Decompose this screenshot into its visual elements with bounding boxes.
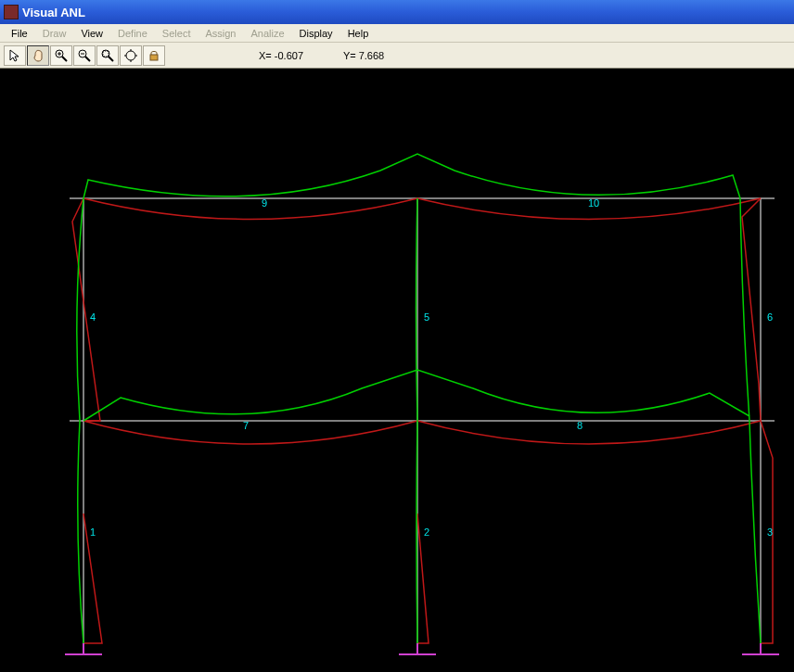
svg-rect-9: [103, 51, 109, 57]
member-label-4: 4: [90, 311, 96, 323]
lock-icon: [147, 48, 161, 63]
zoom-in-tool[interactable]: [50, 45, 72, 66]
svg-point-10: [126, 51, 135, 60]
member-label-2: 2: [424, 526, 429, 538]
lock-tool[interactable]: [143, 45, 165, 66]
menu-assign: Assign: [198, 26, 243, 41]
member-label-5: 5: [424, 311, 429, 323]
model-canvas: [0, 69, 794, 672]
member-label-10: 10: [588, 197, 599, 209]
pan-icon: [31, 48, 45, 63]
zoom-window-tool[interactable]: [96, 45, 119, 66]
svg-line-1: [62, 57, 67, 61]
svg-rect-11: [150, 55, 158, 60]
viewport[interactable]: 1 2 3 4 5 6 7 8 9 10: [0, 69, 794, 672]
pointer-icon: [7, 48, 22, 63]
window-title: Visual ANL: [22, 6, 85, 19]
titlebar: Visual ANL: [0, 0, 794, 24]
zoom-extents-tool[interactable]: [120, 45, 142, 66]
menu-draw: Draw: [35, 26, 74, 41]
menu-file[interactable]: File: [4, 26, 35, 41]
pointer-tool[interactable]: [4, 45, 26, 66]
x-coord: X= -0.607: [259, 50, 303, 61]
svg-line-8: [109, 57, 113, 61]
menu-define: Define: [110, 26, 155, 41]
zoom-window-icon: [100, 48, 115, 63]
menu-display[interactable]: Display: [292, 26, 340, 41]
zoom-extents-icon: [123, 48, 138, 63]
menubar: File Draw View Define Select Assign Anal…: [0, 24, 794, 43]
member-label-9: 9: [262, 197, 267, 209]
member-label-3: 3: [767, 526, 773, 538]
coordinate-readout: X= -0.607 Y= 7.668: [259, 50, 421, 61]
svg-line-5: [85, 57, 90, 61]
member-label-1: 1: [90, 526, 96, 538]
y-coord: Y= 7.668: [343, 50, 384, 61]
zoom-out-icon: [77, 48, 92, 63]
zoom-in-icon: [54, 48, 69, 63]
pan-tool[interactable]: [27, 45, 49, 66]
zoom-out-tool[interactable]: [73, 45, 96, 66]
menu-help[interactable]: Help: [340, 26, 377, 41]
menu-select: Select: [155, 26, 198, 41]
menu-analize: Analize: [243, 26, 291, 41]
member-label-8: 8: [577, 420, 583, 431]
member-label-6: 6: [767, 311, 773, 323]
toolbar: X= -0.607 Y= 7.668: [0, 43, 794, 69]
member-label-7: 7: [243, 420, 249, 431]
app-icon: [4, 5, 19, 19]
menu-view[interactable]: View: [73, 26, 110, 41]
